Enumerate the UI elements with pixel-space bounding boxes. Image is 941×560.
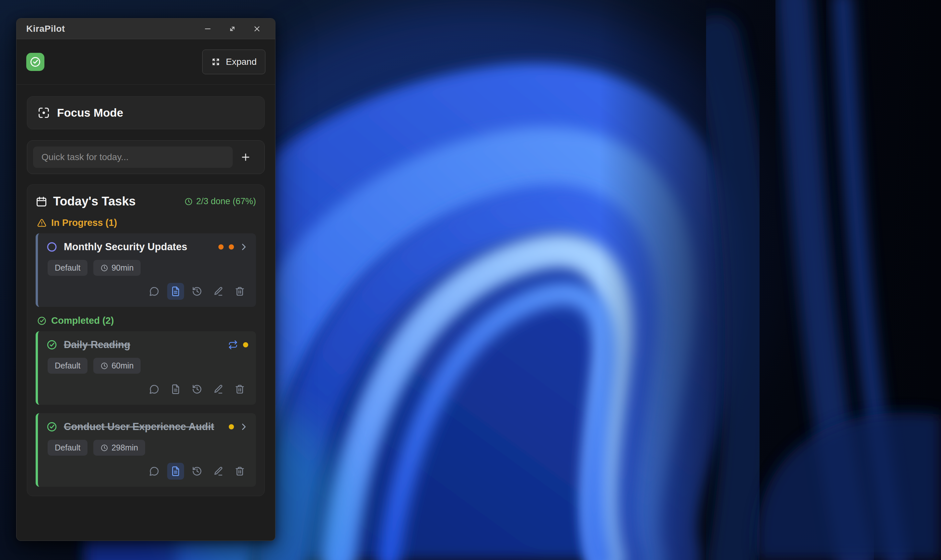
duration-badge: 90min: [93, 260, 141, 276]
clock-icon: [100, 444, 108, 452]
progress-summary: 2/3 done (67%): [185, 196, 256, 206]
tasks-header: Today's Tasks 2/3 done (67%): [35, 194, 256, 208]
task-title: Daily Reading: [64, 339, 130, 351]
check-circle-icon: [37, 316, 47, 326]
priority-dot: [229, 245, 234, 249]
window-title: KiraPilot: [26, 24, 65, 34]
section-completed-label: Completed (2): [51, 315, 114, 326]
comment-icon: [149, 286, 160, 297]
chevron-right-icon[interactable]: [239, 422, 248, 431]
resize-button[interactable]: [224, 22, 241, 36]
category-badge: Default: [48, 260, 88, 276]
edit-button[interactable]: [210, 381, 227, 398]
task-title: Conduct User Experience Audit: [64, 421, 214, 432]
section-in-progress-label: In Progress (1): [51, 217, 117, 228]
history-button[interactable]: [189, 463, 205, 480]
duration-badge: 298min: [93, 440, 145, 455]
clock-icon: [100, 362, 108, 370]
comment-button[interactable]: [146, 381, 163, 398]
notes-button[interactable]: [167, 463, 184, 480]
tasks-title: Today's Tasks: [53, 194, 136, 208]
plus-icon: [240, 152, 251, 163]
quick-task-input[interactable]: [33, 146, 233, 168]
quick-task-bar: [27, 140, 265, 174]
notes-button[interactable]: [167, 283, 184, 300]
window-titlebar[interactable]: KiraPilot: [17, 18, 275, 39]
todays-tasks-panel: Today's Tasks 2/3 done (67%) In Progress…: [27, 185, 265, 496]
task-card-daily-reading[interactable]: Daily Reading Default 60min: [35, 331, 256, 405]
task-status-toggle[interactable]: [46, 339, 57, 350]
delete-button[interactable]: [231, 463, 248, 480]
edit-icon: [213, 384, 224, 394]
history-button[interactable]: [189, 283, 205, 300]
expand-button[interactable]: Expand: [202, 49, 265, 74]
expand-icon: [211, 57, 221, 67]
task-card-conduct-user-experience-audit[interactable]: Conduct User Experience Audit Default 29…: [35, 413, 256, 487]
notes-icon: [171, 466, 181, 476]
comment-button[interactable]: [146, 463, 163, 480]
task-status-toggle[interactable]: [46, 242, 57, 252]
priority-dot: [229, 424, 234, 429]
edit-icon: [213, 466, 224, 476]
task-title: Monthly Security Updates: [64, 241, 187, 253]
history-button[interactable]: [189, 381, 205, 398]
category-badge: Default: [48, 440, 88, 455]
delete-button[interactable]: [231, 283, 248, 300]
focus-icon: [38, 107, 50, 119]
kirapilot-window: KiraPilot Expand Focus Mode: [16, 18, 275, 541]
window-controls: [199, 22, 265, 36]
task-status-toggle[interactable]: [46, 421, 57, 432]
history-icon: [192, 466, 202, 476]
app-logo: [26, 53, 45, 71]
minimize-icon: [203, 25, 212, 33]
progress-summary-text: 2/3 done (67%): [196, 196, 256, 206]
notes-icon: [171, 384, 181, 394]
clock-icon: [100, 264, 108, 272]
resize-diagonal-icon: [228, 25, 237, 33]
check-circle-icon: [46, 339, 57, 350]
edit-button[interactable]: [210, 283, 227, 300]
app-header: Expand: [17, 39, 275, 85]
clock-icon: [185, 197, 193, 206]
section-completed: Completed (2): [37, 315, 256, 326]
warning-icon: [37, 218, 47, 228]
category-badge: Default: [48, 358, 88, 374]
focus-mode-button[interactable]: Focus Mode: [27, 96, 265, 129]
close-button[interactable]: [249, 22, 265, 36]
close-icon: [253, 25, 261, 33]
trash-icon: [235, 286, 245, 297]
trash-icon: [235, 466, 245, 476]
chevron-right-icon[interactable]: [239, 242, 248, 251]
task-card-monthly-security-updates[interactable]: Monthly Security Updates Default 90min: [35, 233, 256, 307]
edit-button[interactable]: [210, 463, 227, 480]
comment-icon: [149, 384, 160, 394]
notes-button[interactable]: [167, 381, 184, 398]
edit-icon: [213, 286, 224, 297]
check-circle-icon: [46, 421, 57, 432]
circle-icon: [46, 242, 57, 252]
minimize-button[interactable]: [199, 22, 216, 36]
delete-button[interactable]: [231, 381, 248, 398]
trash-icon: [235, 384, 245, 394]
add-task-button[interactable]: [233, 146, 258, 168]
check-circle-icon: [29, 56, 41, 68]
priority-dot: [218, 245, 224, 249]
history-icon: [192, 286, 202, 297]
notes-icon: [171, 286, 181, 297]
duration-badge: 60min: [93, 358, 141, 374]
comment-icon: [149, 466, 160, 476]
repeat-icon: [228, 340, 238, 350]
focus-mode-label: Focus Mode: [57, 106, 123, 119]
history-icon: [192, 384, 202, 394]
section-in-progress: In Progress (1): [37, 217, 256, 228]
priority-dot: [243, 342, 248, 348]
comment-button[interactable]: [146, 283, 163, 300]
expand-button-label: Expand: [226, 57, 257, 67]
window-body: Focus Mode Today's Tasks 2/3 done (67%): [17, 85, 275, 540]
calendar-icon: [35, 196, 47, 208]
